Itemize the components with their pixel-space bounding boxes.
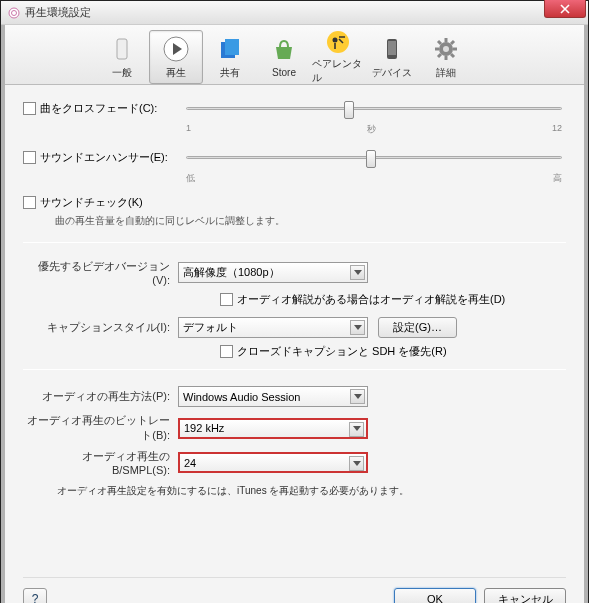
- chevron-down-icon: [350, 320, 365, 335]
- svg-line-16: [438, 41, 441, 44]
- cancel-button[interactable]: キャンセル: [484, 588, 566, 603]
- tab-general[interactable]: 一般: [95, 30, 149, 84]
- video-version-label: 優先するビデオバージョン(V):: [23, 259, 178, 286]
- svg-line-18: [451, 41, 454, 44]
- tab-sharing[interactable]: 共有: [203, 30, 257, 84]
- chevron-down-icon: [350, 265, 365, 280]
- toolbar: 一般 再生 共有 Store ペアレンタル デバイス: [5, 25, 584, 85]
- audio-desc-checkbox[interactable]: [220, 293, 233, 306]
- cc-sdh-label: クローズドキャプションと SDH を優先(R): [237, 344, 447, 359]
- svg-rect-2: [117, 39, 127, 59]
- caption-style-label: キャプションスタイル(I):: [23, 320, 178, 335]
- caption-style-combo[interactable]: デフォルト: [178, 317, 368, 338]
- content-area: 曲をクロスフェード(C): 1 秒 12 サウンドエンハンサー(E):: [5, 85, 584, 508]
- tab-store[interactable]: Store: [257, 30, 311, 84]
- enhancer-label: サウンドエンハンサー(E):: [40, 150, 168, 165]
- audio-method-combo[interactable]: Windows Audio Session: [178, 386, 368, 407]
- soundcheck-checkbox[interactable]: [23, 196, 36, 209]
- svg-rect-9: [388, 41, 396, 55]
- store-icon: [269, 35, 299, 65]
- help-button[interactable]: ?: [23, 588, 47, 603]
- general-icon: [107, 34, 137, 64]
- bsmpl-combo[interactable]: 24: [178, 452, 368, 473]
- enhancer-checkbox[interactable]: [23, 151, 36, 164]
- svg-point-6: [327, 31, 349, 53]
- divider: [23, 369, 566, 370]
- restart-note: オーディオ再生設定を有効にするには、iTunes を再起動する必要があります。: [57, 484, 566, 498]
- tab-playback[interactable]: 再生: [149, 30, 203, 84]
- cc-sdh-checkbox[interactable]: [220, 345, 233, 358]
- svg-line-17: [451, 54, 454, 57]
- crossfade-label: 曲をクロスフェード(C):: [40, 101, 157, 116]
- app-icon: [7, 6, 21, 20]
- bsmpl-label: オーディオ再生の B/SMPL(S):: [23, 449, 178, 476]
- ok-button[interactable]: OK: [394, 588, 476, 603]
- tab-devices[interactable]: デバイス: [365, 30, 419, 84]
- parental-icon: [323, 29, 353, 55]
- tab-parental[interactable]: ペアレンタル: [311, 30, 365, 84]
- svg-line-19: [438, 54, 441, 57]
- share-icon: [215, 34, 245, 64]
- audio-method-label: オーディオの再生方法(P):: [23, 389, 178, 404]
- chevron-down-icon: [349, 422, 364, 437]
- audio-desc-label: オーディオ解説がある場合はオーディオ解説を再生(D): [237, 292, 505, 307]
- divider: [23, 242, 566, 243]
- caption-settings-button[interactable]: 設定(G)…: [378, 317, 457, 338]
- bitrate-combo[interactable]: 192 kHz: [178, 418, 368, 439]
- dialog-buttons: ? OK キャンセル: [23, 577, 566, 603]
- enhancer-slider[interactable]: [186, 146, 562, 168]
- video-version-combo[interactable]: 高解像度（1080p）: [178, 262, 368, 283]
- bitrate-label: オーディオ再生のビットレート(B):: [23, 413, 178, 443]
- soundcheck-label: サウンドチェック(K): [40, 195, 143, 210]
- svg-rect-5: [225, 39, 239, 55]
- dialog-body: 一般 再生 共有 Store ペアレンタル デバイス: [1, 25, 588, 603]
- play-icon: [161, 34, 191, 64]
- soundcheck-desc: 曲の再生音量を自動的に同じレベルに調整します。: [55, 214, 566, 228]
- svg-point-7: [333, 37, 338, 42]
- svg-point-0: [9, 8, 19, 18]
- gear-icon: [431, 34, 461, 64]
- crossfade-checkbox[interactable]: [23, 102, 36, 115]
- close-button[interactable]: [544, 0, 586, 18]
- crossfade-slider[interactable]: [186, 97, 562, 119]
- chevron-down-icon: [349, 456, 364, 471]
- preferences-window: 再生環境設定 一般 再生 共有 Store: [0, 0, 589, 603]
- chevron-down-icon: [350, 389, 365, 404]
- titlebar: 再生環境設定: [1, 1, 588, 25]
- svg-point-11: [443, 46, 449, 52]
- device-icon: [377, 34, 407, 64]
- tab-advanced[interactable]: 詳細: [419, 30, 473, 84]
- window-title: 再生環境設定: [25, 5, 91, 20]
